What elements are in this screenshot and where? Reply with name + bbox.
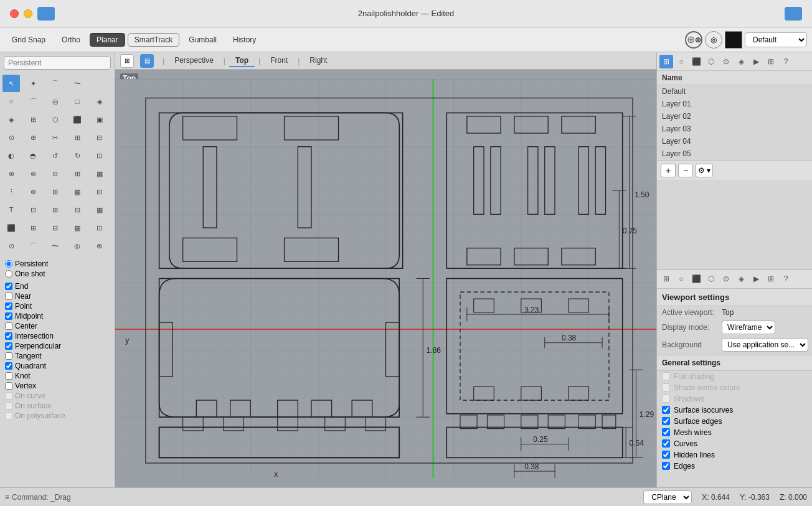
layer-04[interactable]: Layer 04	[657, 135, 812, 148]
target-icon[interactable]: ⊕	[685, 31, 702, 49]
layer-01[interactable]: Layer 01	[657, 98, 812, 110]
tool27[interactable]: ⊜	[24, 165, 42, 182]
smart-track-button[interactable]: SmartTrack	[128, 33, 180, 47]
mesh-wires-check[interactable]	[662, 428, 670, 436]
vp-render-icon[interactable]: ◈	[734, 272, 748, 286]
freeform-tool[interactable]: 〜	[68, 75, 86, 92]
tool5[interactable]	[91, 75, 108, 92]
properties-icon[interactable]: ○	[674, 55, 688, 68]
point-tool[interactable]: ✦	[24, 75, 42, 92]
render-icon[interactable]: ◈	[734, 55, 748, 68]
tool34[interactable]: ▦	[68, 183, 86, 200]
tab-right[interactable]: Right	[303, 55, 333, 67]
tool15[interactable]: ▣	[91, 111, 108, 128]
left-panel-icon[interactable]	[37, 7, 55, 21]
tool39[interactable]: ⊟	[68, 201, 86, 218]
on-surface-snap[interactable]: On surface	[5, 401, 110, 410]
layer-03[interactable]: Layer 03	[657, 123, 812, 135]
edges-check[interactable]	[662, 462, 670, 470]
select-tool[interactable]: ↖	[2, 75, 20, 92]
center-snap[interactable]: Center	[5, 322, 110, 330]
color-swatch[interactable]	[725, 31, 742, 49]
tool38[interactable]: ⊞	[47, 201, 64, 218]
hidden-lines-row[interactable]: Hidden lines	[657, 449, 812, 461]
tool21[interactable]: ◐	[2, 147, 20, 164]
vp-properties-icon[interactable]: ○	[674, 272, 688, 286]
right-panel-icon[interactable]	[785, 7, 802, 21]
vp-mesh-icon[interactable]: ⬡	[704, 272, 718, 286]
layer-dropdown[interactable]: Default	[745, 32, 807, 47]
gumball-button[interactable]: Gumball	[182, 33, 224, 47]
surface-isocurves-check[interactable]	[662, 406, 670, 414]
tool25[interactable]: ⊡	[91, 147, 108, 164]
vertex-snap[interactable]: Vertex	[5, 382, 110, 390]
vp-more-icon[interactable]: ⊞	[764, 272, 778, 286]
tool28[interactable]: ⊝	[47, 165, 64, 182]
layer-05[interactable]: Layer 05	[657, 148, 812, 160]
viewport-canvas[interactable]: Top	[115, 70, 656, 487]
end-snap[interactable]: End	[5, 282, 110, 291]
surface-edges-check[interactable]	[662, 417, 670, 425]
on-curve-snap[interactable]: On curve	[5, 391, 110, 400]
layers-icon[interactable]: ⊞	[659, 55, 673, 68]
object-icon[interactable]: ⬛	[689, 55, 703, 68]
persistent-radio[interactable]: Persistent	[5, 260, 110, 268]
tool35[interactable]: ⊟	[91, 183, 108, 200]
quadrant-snap[interactable]: Quadrant	[5, 362, 110, 370]
tool30[interactable]: ▦	[91, 165, 108, 182]
hidden-lines-check[interactable]	[662, 451, 670, 459]
tool37[interactable]: ⊡	[24, 201, 42, 218]
remove-layer-button[interactable]: −	[678, 164, 693, 177]
tool48[interactable]: 〜	[47, 237, 64, 255]
vp-camera-icon[interactable]: ⊙	[719, 272, 733, 286]
tool33[interactable]: ⊞	[47, 183, 64, 200]
perpendicular-snap[interactable]: Perpendicular	[5, 342, 110, 350]
viewport-grid-icon[interactable]: ⊞	[120, 54, 134, 68]
tab-front[interactable]: Front	[264, 55, 294, 67]
history-button[interactable]: History	[226, 33, 263, 47]
layer-default[interactable]: Default	[657, 85, 812, 98]
midpoint-snap[interactable]: Midpoint	[5, 312, 110, 321]
point-snap[interactable]: Point	[5, 302, 110, 311]
circle-icon[interactable]: ◎	[705, 31, 722, 49]
curves-row[interactable]: Curves	[657, 438, 812, 449]
viewport-view-icon[interactable]: ▤	[140, 54, 154, 68]
tool20[interactable]: ⊟	[91, 129, 108, 146]
rect-tool[interactable]: □	[68, 93, 86, 110]
tool42[interactable]: ⊞	[24, 219, 42, 237]
knot-snap[interactable]: Knot	[5, 372, 110, 380]
surface-tool[interactable]: ◈	[2, 111, 20, 128]
curve-tool[interactable]: ⌒	[47, 75, 64, 92]
tab-top[interactable]: Top	[229, 55, 255, 67]
near-snap[interactable]: Near	[5, 292, 110, 301]
tool22[interactable]: ◓	[24, 147, 42, 164]
layer-gear-button[interactable]: ⚙ ▾	[696, 164, 713, 177]
ortho-button[interactable]: Ortho	[55, 33, 87, 47]
nurbs-tool[interactable]: ⊞	[24, 111, 42, 128]
camera-icon[interactable]: ⊙	[719, 55, 733, 68]
intersection-snap[interactable]: Intersection	[5, 332, 110, 340]
tangent-snap[interactable]: Tangent	[5, 352, 110, 360]
tool36[interactable]: T	[2, 201, 20, 218]
mesh-icon[interactable]: ⬡	[704, 55, 718, 68]
tool45[interactable]: ⊡	[91, 219, 108, 237]
tool31[interactable]: ⋮	[2, 183, 20, 200]
tool24[interactable]: ↻	[68, 147, 86, 164]
background-select[interactable]: Use application se...	[722, 338, 808, 352]
circle-tool[interactable]: ○	[2, 93, 20, 110]
planar-button[interactable]: Planar	[90, 33, 125, 47]
mesh-tool[interactable]: ⬡	[47, 111, 64, 128]
help-icon[interactable]: ?	[779, 55, 793, 68]
tab-perspective[interactable]: Perspective	[168, 55, 220, 67]
tool17[interactable]: ⊕	[24, 129, 42, 146]
tool40[interactable]: ▦	[91, 201, 108, 218]
more-icon[interactable]: ⊞	[764, 55, 778, 68]
surface-isocurves-row[interactable]: Surface isocurves	[657, 405, 812, 416]
tool43[interactable]: ⊟	[47, 219, 64, 237]
tool19[interactable]: ⊞	[68, 129, 86, 146]
tool16[interactable]: ⊙	[2, 129, 20, 146]
tool18[interactable]: ✂	[47, 129, 64, 146]
cplane-select[interactable]: CPlane	[643, 490, 692, 504]
anim-icon[interactable]: ▶	[749, 55, 763, 68]
on-polysurface-snap[interactable]: On polysurface	[5, 411, 110, 420]
